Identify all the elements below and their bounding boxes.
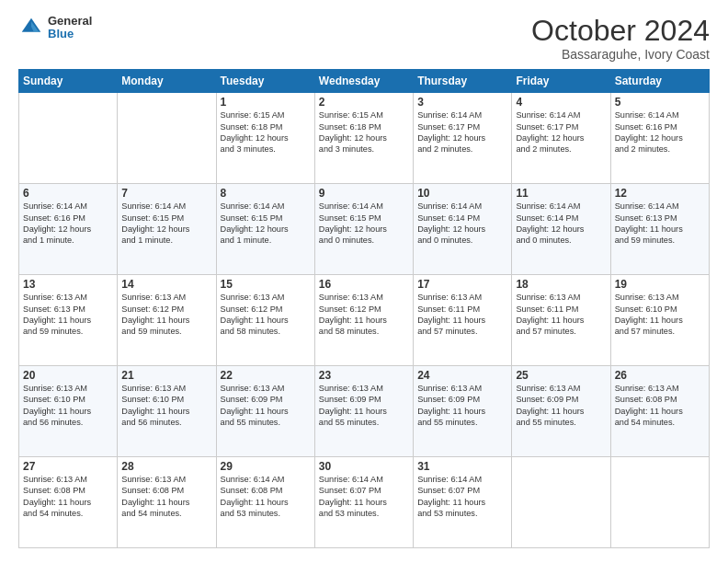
- calendar-cell: 10Sunrise: 6:14 AM Sunset: 6:14 PM Dayli…: [414, 184, 512, 275]
- calendar-cell: 3Sunrise: 6:14 AM Sunset: 6:17 PM Daylig…: [414, 93, 512, 184]
- calendar-cell: [118, 93, 216, 184]
- calendar-cell: 2Sunrise: 6:15 AM Sunset: 6:18 PM Daylig…: [314, 93, 413, 184]
- calendar-cell: 5Sunrise: 6:14 AM Sunset: 6:16 PM Daylig…: [610, 93, 709, 184]
- calendar-cell: 14Sunrise: 6:13 AM Sunset: 6:12 PM Dayli…: [118, 275, 216, 366]
- calendar-cell: [19, 93, 118, 184]
- cell-info: Sunrise: 6:13 AM Sunset: 6:08 PM Dayligh…: [615, 383, 705, 429]
- day-number: 3: [417, 96, 507, 109]
- day-number: 9: [319, 187, 409, 200]
- day-number: 21: [121, 369, 211, 382]
- calendar-cell: 18Sunrise: 6:13 AM Sunset: 6:11 PM Dayli…: [512, 275, 610, 366]
- cell-info: Sunrise: 6:13 AM Sunset: 6:09 PM Dayligh…: [221, 383, 311, 429]
- calendar-cell: 12Sunrise: 6:14 AM Sunset: 6:13 PM Dayli…: [610, 184, 709, 275]
- cell-info: Sunrise: 6:13 AM Sunset: 6:10 PM Dayligh…: [121, 383, 211, 429]
- cell-info: Sunrise: 6:13 AM Sunset: 6:12 PM Dayligh…: [319, 292, 409, 338]
- logo: General Blue: [18, 15, 92, 41]
- calendar-cell: 22Sunrise: 6:13 AM Sunset: 6:09 PM Dayli…: [216, 366, 314, 457]
- calendar-cell: 28Sunrise: 6:13 AM Sunset: 6:08 PM Dayli…: [118, 457, 216, 548]
- day-number: 17: [417, 278, 507, 291]
- day-number: 10: [417, 187, 507, 200]
- cell-info: Sunrise: 6:13 AM Sunset: 6:11 PM Dayligh…: [516, 292, 606, 338]
- cell-info: Sunrise: 6:14 AM Sunset: 6:15 PM Dayligh…: [221, 201, 311, 247]
- cell-info: Sunrise: 6:14 AM Sunset: 6:08 PM Dayligh…: [221, 474, 311, 520]
- day-number: 1: [221, 96, 311, 109]
- day-number: 25: [516, 369, 606, 382]
- calendar-cell: 31Sunrise: 6:14 AM Sunset: 6:07 PM Dayli…: [414, 457, 512, 548]
- cell-info: Sunrise: 6:13 AM Sunset: 6:09 PM Dayligh…: [516, 383, 606, 429]
- calendar-cell: 6Sunrise: 6:14 AM Sunset: 6:16 PM Daylig…: [19, 184, 118, 275]
- calendar-cell: 7Sunrise: 6:14 AM Sunset: 6:15 PM Daylig…: [118, 184, 216, 275]
- calendar-cell: 13Sunrise: 6:13 AM Sunset: 6:13 PM Dayli…: [19, 275, 118, 366]
- cell-info: Sunrise: 6:14 AM Sunset: 6:07 PM Dayligh…: [319, 474, 409, 520]
- day-number: 12: [615, 187, 705, 200]
- day-number: 2: [319, 96, 409, 109]
- calendar-cell: 25Sunrise: 6:13 AM Sunset: 6:09 PM Dayli…: [512, 366, 610, 457]
- calendar-week-2: 6Sunrise: 6:14 AM Sunset: 6:16 PM Daylig…: [19, 184, 710, 275]
- day-number: 5: [615, 96, 705, 109]
- calendar-cell: [610, 457, 709, 548]
- calendar-week-1: 1Sunrise: 6:15 AM Sunset: 6:18 PM Daylig…: [19, 93, 710, 184]
- calendar-cell: 19Sunrise: 6:13 AM Sunset: 6:10 PM Dayli…: [610, 275, 709, 366]
- cell-info: Sunrise: 6:13 AM Sunset: 6:10 PM Dayligh…: [615, 292, 705, 338]
- calendar-cell: [512, 457, 610, 548]
- calendar-cell: 8Sunrise: 6:14 AM Sunset: 6:15 PM Daylig…: [216, 184, 314, 275]
- calendar-cell: 11Sunrise: 6:14 AM Sunset: 6:14 PM Dayli…: [512, 184, 610, 275]
- day-number: 13: [23, 278, 113, 291]
- calendar-cell: 1Sunrise: 6:15 AM Sunset: 6:18 PM Daylig…: [216, 93, 314, 184]
- day-number: 18: [516, 278, 606, 291]
- logo-icon: [18, 15, 44, 40]
- calendar-cell: 16Sunrise: 6:13 AM Sunset: 6:12 PM Dayli…: [314, 275, 413, 366]
- day-number: 29: [221, 460, 311, 473]
- calendar-cell: 15Sunrise: 6:13 AM Sunset: 6:12 PM Dayli…: [216, 275, 314, 366]
- day-number: 14: [121, 278, 211, 291]
- calendar-body: 1Sunrise: 6:15 AM Sunset: 6:18 PM Daylig…: [19, 93, 710, 548]
- day-number: 28: [121, 460, 211, 473]
- calendar-cell: 24Sunrise: 6:13 AM Sunset: 6:09 PM Dayli…: [414, 366, 512, 457]
- cell-info: Sunrise: 6:13 AM Sunset: 6:12 PM Dayligh…: [121, 292, 211, 338]
- day-number: 11: [516, 187, 606, 200]
- cell-info: Sunrise: 6:14 AM Sunset: 6:17 PM Dayligh…: [417, 109, 507, 155]
- cell-info: Sunrise: 6:14 AM Sunset: 6:07 PM Dayligh…: [417, 474, 507, 520]
- logo-general: General: [48, 15, 92, 28]
- location: Bassaraguhe, Ivory Coast: [531, 47, 710, 62]
- cell-info: Sunrise: 6:14 AM Sunset: 6:13 PM Dayligh…: [615, 201, 705, 247]
- calendar-cell: 27Sunrise: 6:13 AM Sunset: 6:08 PM Dayli…: [19, 457, 118, 548]
- day-number: 7: [121, 187, 211, 200]
- col-wednesday: Wednesday: [314, 70, 413, 93]
- title-block: October 2024 Bassaraguhe, Ivory Coast: [531, 15, 710, 62]
- cell-info: Sunrise: 6:14 AM Sunset: 6:14 PM Dayligh…: [417, 201, 507, 247]
- cell-info: Sunrise: 6:13 AM Sunset: 6:13 PM Dayligh…: [23, 292, 113, 338]
- day-number: 4: [516, 96, 606, 109]
- cell-info: Sunrise: 6:15 AM Sunset: 6:18 PM Dayligh…: [319, 109, 409, 155]
- cell-info: Sunrise: 6:14 AM Sunset: 6:14 PM Dayligh…: [516, 201, 606, 247]
- logo-text: General Blue: [48, 15, 92, 41]
- calendar-week-3: 13Sunrise: 6:13 AM Sunset: 6:13 PM Dayli…: [19, 275, 710, 366]
- cell-info: Sunrise: 6:13 AM Sunset: 6:11 PM Dayligh…: [417, 292, 507, 338]
- calendar-week-5: 27Sunrise: 6:13 AM Sunset: 6:08 PM Dayli…: [19, 457, 710, 548]
- calendar-cell: 17Sunrise: 6:13 AM Sunset: 6:11 PM Dayli…: [414, 275, 512, 366]
- cell-info: Sunrise: 6:13 AM Sunset: 6:09 PM Dayligh…: [417, 383, 507, 429]
- calendar-cell: 29Sunrise: 6:14 AM Sunset: 6:08 PM Dayli…: [216, 457, 314, 548]
- col-monday: Monday: [118, 70, 216, 93]
- calendar-cell: 26Sunrise: 6:13 AM Sunset: 6:08 PM Dayli…: [610, 366, 709, 457]
- col-tuesday: Tuesday: [216, 70, 314, 93]
- day-number: 20: [23, 369, 113, 382]
- col-thursday: Thursday: [414, 70, 512, 93]
- page: General Blue October 2024 Bassaraguhe, I…: [0, 0, 728, 563]
- col-saturday: Saturday: [610, 70, 709, 93]
- logo-blue: Blue: [48, 28, 92, 40]
- header: General Blue October 2024 Bassaraguhe, I…: [18, 15, 710, 62]
- calendar-cell: 4Sunrise: 6:14 AM Sunset: 6:17 PM Daylig…: [512, 93, 610, 184]
- calendar-cell: 9Sunrise: 6:14 AM Sunset: 6:15 PM Daylig…: [314, 184, 413, 275]
- cell-info: Sunrise: 6:14 AM Sunset: 6:16 PM Dayligh…: [615, 109, 705, 155]
- cell-info: Sunrise: 6:14 AM Sunset: 6:15 PM Dayligh…: [121, 201, 211, 247]
- day-number: 23: [319, 369, 409, 382]
- calendar-cell: 20Sunrise: 6:13 AM Sunset: 6:10 PM Dayli…: [19, 366, 118, 457]
- day-number: 6: [23, 187, 113, 200]
- day-number: 24: [417, 369, 507, 382]
- day-number: 19: [615, 278, 705, 291]
- calendar-cell: 23Sunrise: 6:13 AM Sunset: 6:09 PM Dayli…: [314, 366, 413, 457]
- cell-info: Sunrise: 6:13 AM Sunset: 6:09 PM Dayligh…: [319, 383, 409, 429]
- cell-info: Sunrise: 6:15 AM Sunset: 6:18 PM Dayligh…: [221, 109, 311, 155]
- day-number: 31: [417, 460, 507, 473]
